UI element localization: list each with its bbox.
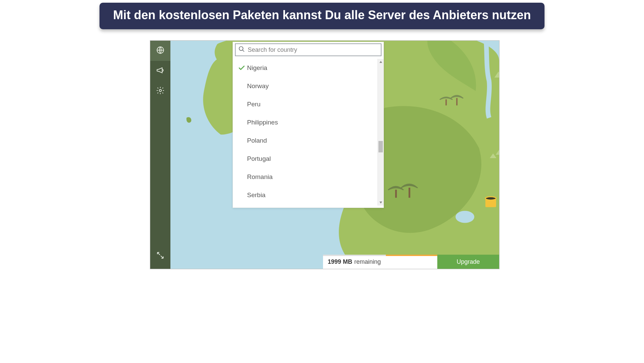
search-field[interactable] xyxy=(235,43,381,56)
country-list[interactable]: NigeriaNorwayPeruPhilippinesPolandPortug… xyxy=(233,59,384,206)
country-item[interactable]: Poland xyxy=(233,132,377,150)
country-item[interactable]: Nigeria xyxy=(233,59,377,77)
bottom-bar: 1999 MB remaining Upgrade xyxy=(323,255,499,269)
svg-rect-4 xyxy=(445,99,447,105)
sidebar xyxy=(150,41,170,269)
country-name: Portugal xyxy=(247,155,271,162)
scroll-down-icon[interactable] xyxy=(378,199,384,206)
sidebar-item-collapse[interactable] xyxy=(150,246,170,266)
scrollbar[interactable] xyxy=(377,59,384,206)
sidebar-item-announce[interactable] xyxy=(150,61,170,81)
check-icon xyxy=(237,64,246,72)
svg-point-3 xyxy=(455,211,474,223)
country-name: Philippines xyxy=(247,119,278,126)
country-name: Norway xyxy=(247,82,269,90)
app-window: NigeriaNorwayPeruPhilippinesPolandPortug… xyxy=(150,40,499,269)
country-name: Poland xyxy=(247,137,267,144)
upgrade-label: Upgrade xyxy=(456,258,480,265)
gear-icon xyxy=(156,86,165,96)
country-item[interactable]: Peru xyxy=(233,95,377,113)
scroll-thumb[interactable] xyxy=(378,141,383,152)
sidebar-item-settings[interactable] xyxy=(150,81,170,101)
country-name: Nigeria xyxy=(247,64,267,72)
megaphone-icon xyxy=(156,66,165,76)
svg-point-1 xyxy=(159,89,162,92)
upgrade-button[interactable]: Upgrade xyxy=(437,255,499,269)
collapse-icon xyxy=(156,251,165,261)
country-item[interactable]: Serbia xyxy=(233,186,377,204)
svg-point-11 xyxy=(239,47,243,51)
banner-text: Mit den kostenlosen Paketen kannst Du al… xyxy=(113,8,531,22)
data-remaining-label: remaining xyxy=(354,258,381,265)
info-banner: Mit den kostenlosen Paketen kannst Du al… xyxy=(99,3,545,29)
country-item[interactable]: Philippines xyxy=(233,113,377,132)
data-amount: 1999 MB xyxy=(328,258,352,265)
country-item[interactable]: Romania xyxy=(233,168,377,186)
sidebar-item-globe[interactable] xyxy=(150,41,170,61)
svg-rect-5 xyxy=(456,98,457,105)
data-remaining: 1999 MB remaining xyxy=(323,255,437,269)
scroll-up-icon[interactable] xyxy=(378,59,384,65)
svg-rect-7 xyxy=(409,188,410,198)
country-name: Peru xyxy=(247,101,260,108)
search-input[interactable] xyxy=(248,46,378,53)
country-name: Serbia xyxy=(247,191,266,199)
country-item[interactable]: Norway xyxy=(233,77,377,95)
country-item[interactable]: Portugal xyxy=(233,150,377,168)
svg-rect-6 xyxy=(395,190,397,198)
country-list-wrap: NigeriaNorwayPeruPhilippinesPolandPortug… xyxy=(233,59,384,206)
country-name: Romania xyxy=(247,173,273,181)
globe-icon xyxy=(156,46,165,56)
country-panel: NigeriaNorwayPeruPhilippinesPolandPortug… xyxy=(233,42,384,208)
search-icon xyxy=(238,46,245,54)
